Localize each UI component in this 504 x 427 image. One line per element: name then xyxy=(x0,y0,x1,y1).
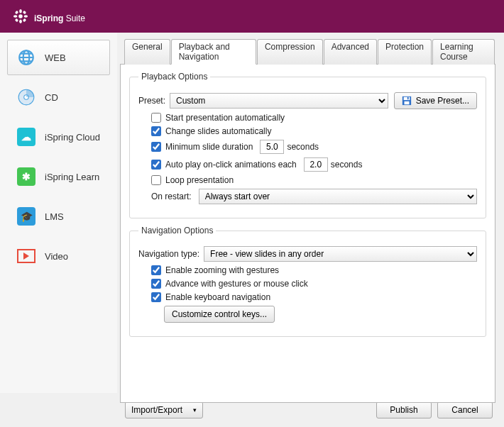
start-auto-checkbox[interactable] xyxy=(151,113,161,123)
sidebar-item-cd[interactable]: CD xyxy=(7,79,110,115)
keyboard-label: Enable keyboard navigation xyxy=(165,292,270,302)
min-duration-input[interactable] xyxy=(260,140,284,154)
cancel-button[interactable]: Cancel xyxy=(437,401,493,418)
cloud-icon: ☁ xyxy=(16,127,36,147)
advance-checkbox[interactable] xyxy=(151,279,161,289)
sidebar-item-label: Video xyxy=(45,251,68,262)
sidebar-item-label: LMS xyxy=(45,211,64,222)
titlebar: iSpring Suite xyxy=(0,0,504,33)
tab-protection[interactable]: Protection xyxy=(378,39,432,65)
tab-advanced[interactable]: Advanced xyxy=(324,39,377,65)
tab-bar: General Playback and Navigation Compress… xyxy=(124,38,495,64)
autoplay-label: Auto play on-click animations each xyxy=(165,160,297,170)
sidebar-item-label: iSpring Learn xyxy=(45,172,99,182)
svg-point-2 xyxy=(19,20,22,24)
svg-point-5 xyxy=(15,11,19,15)
customize-keys-button[interactable]: Customize control keys... xyxy=(164,306,275,323)
svg-point-3 xyxy=(13,15,18,18)
restart-select[interactable]: Always start over xyxy=(199,189,477,204)
change-slides-label: Change slides automatically xyxy=(165,126,271,136)
seconds-label-2: seconds xyxy=(331,160,363,170)
sidebar-item-web[interactable]: WEB xyxy=(7,40,110,75)
publish-button[interactable]: Publish xyxy=(376,401,432,418)
min-duration-checkbox[interactable] xyxy=(151,142,161,152)
advance-label: Advance with gestures or mouse click xyxy=(165,279,308,289)
learn-icon: ✱ xyxy=(16,167,36,187)
tab-content: Playback Options Preset: Custom Save Pre… xyxy=(120,64,495,403)
autoplay-input[interactable] xyxy=(304,157,328,172)
navigation-options-group: Navigation Options Navigation type: Free… xyxy=(129,226,486,337)
sidebar-item-label: iSpring Cloud xyxy=(45,132,100,143)
playback-options-group: Playback Options Preset: Custom Save Pre… xyxy=(129,72,486,218)
nav-type-select[interactable]: Free - view slides in any order xyxy=(204,246,477,262)
keyboard-checkbox[interactable] xyxy=(151,292,161,302)
preset-label: Preset: xyxy=(138,96,165,106)
sidebar: WEB CD ☁ iSpring Cloud ✱ iSpring Learn 🎓… xyxy=(0,33,117,393)
globe-icon xyxy=(16,48,36,67)
sidebar-item-label: WEB xyxy=(45,52,66,63)
chevron-down-icon: ▾ xyxy=(193,406,197,414)
svg-rect-14 xyxy=(403,97,410,100)
sidebar-item-ispring-cloud[interactable]: ☁ iSpring Cloud xyxy=(7,119,110,155)
app-title: iSpring Suite xyxy=(34,9,85,25)
loop-checkbox[interactable] xyxy=(151,175,161,185)
svg-point-7 xyxy=(23,11,27,15)
zoom-label: Enable zooming with gestures xyxy=(165,265,279,275)
video-icon xyxy=(16,246,36,266)
svg-rect-15 xyxy=(404,101,409,104)
svg-point-8 xyxy=(15,18,19,23)
change-slides-checkbox[interactable] xyxy=(151,126,161,136)
svg-point-0 xyxy=(18,14,23,18)
import-export-button[interactable]: Import/Export ▾ xyxy=(125,401,203,418)
main-panel: General Playback and Navigation Compress… xyxy=(117,33,504,393)
save-icon xyxy=(402,96,412,106)
nav-type-label: Navigation type: xyxy=(138,249,199,259)
svg-rect-16 xyxy=(407,97,409,100)
min-duration-label: Minimum slide duration xyxy=(165,142,253,152)
sidebar-item-label: CD xyxy=(45,92,58,103)
save-preset-button[interactable]: Save Preset... xyxy=(394,92,477,109)
restart-label: On restart: xyxy=(151,192,192,201)
disc-icon xyxy=(16,87,36,107)
sidebar-item-video[interactable]: Video xyxy=(7,238,110,274)
autoplay-checkbox[interactable] xyxy=(151,160,161,170)
lms-icon: 🎓 xyxy=(16,206,36,226)
sidebar-item-ispring-learn[interactable]: ✱ iSpring Learn xyxy=(7,159,110,194)
loop-label: Loop presentation xyxy=(165,175,234,185)
seconds-label: seconds xyxy=(287,142,319,152)
svg-point-1 xyxy=(19,9,22,13)
navigation-legend: Navigation Options xyxy=(138,226,216,235)
tab-playback-navigation[interactable]: Playback and Navigation xyxy=(171,39,256,65)
preset-select[interactable]: Custom xyxy=(170,93,388,109)
ispring-logo-icon xyxy=(13,9,28,24)
start-auto-label: Start presentation automatically xyxy=(165,113,285,123)
svg-point-6 xyxy=(23,18,27,23)
playback-legend: Playback Options xyxy=(138,72,210,82)
tab-compression[interactable]: Compression xyxy=(257,39,323,65)
tab-general[interactable]: General xyxy=(124,39,170,65)
svg-point-4 xyxy=(24,15,28,18)
sidebar-item-lms[interactable]: 🎓 LMS xyxy=(7,199,110,234)
tab-learning-course[interactable]: Learning Course xyxy=(432,39,495,65)
zoom-checkbox[interactable] xyxy=(151,265,161,275)
